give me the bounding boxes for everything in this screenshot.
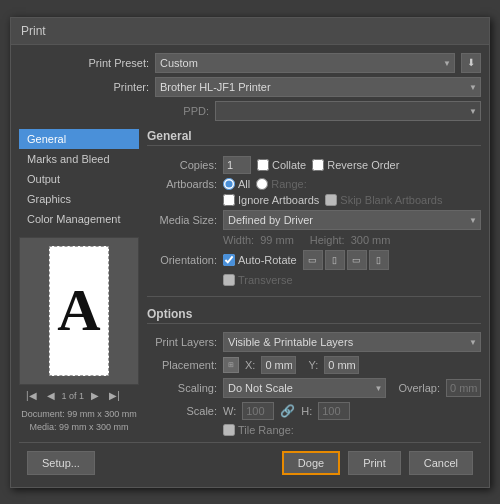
media-size-select[interactable]: Defined by Driver: [223, 210, 481, 230]
ppd-select-wrapper[interactable]: [215, 101, 481, 121]
transverse-checkbox[interactable]: [223, 274, 235, 286]
nav-item-color[interactable]: Color Management: [19, 209, 139, 229]
preview-canvas: A: [49, 246, 109, 376]
collate-checkbox-label[interactable]: Collate: [257, 159, 306, 171]
nav-item-output[interactable]: Output: [19, 169, 139, 189]
x-input[interactable]: [261, 356, 296, 374]
skip-blank-label[interactable]: Skip Blank Artboards: [325, 194, 442, 206]
preview-area: A: [19, 237, 139, 386]
footer: Setup... Doge Print Cancel: [19, 442, 481, 479]
preview-last-btn[interactable]: ▶|: [106, 389, 123, 402]
range-radio[interactable]: [256, 178, 268, 190]
collate-checkbox[interactable]: [257, 159, 269, 171]
preview-next-btn[interactable]: ▶: [88, 389, 102, 402]
print-button[interactable]: Print: [348, 451, 401, 475]
scaling-label: Scaling:: [147, 382, 217, 394]
auto-rotate-checkbox[interactable]: [223, 254, 235, 266]
placement-icon[interactable]: ⊞: [223, 357, 239, 373]
footer-right-btns: Doge Print Cancel: [282, 451, 473, 475]
ppd-select[interactable]: [215, 101, 481, 121]
scale-label: Scale:: [147, 405, 217, 417]
options-title: Options: [147, 307, 481, 324]
page-info: 1 of 1: [62, 391, 85, 401]
transverse-row: Transverse: [147, 274, 481, 286]
height-value: 300 mm: [351, 234, 391, 246]
scaling-select[interactable]: Do Not Scale: [223, 378, 386, 398]
overlap-label: Overlap:: [398, 382, 440, 394]
printer-select[interactable]: Brother HL-JF1 Printer: [155, 77, 481, 97]
y-input[interactable]: [324, 356, 359, 374]
tile-range-row: Tile Range:: [147, 424, 481, 436]
reverse-order-checkbox[interactable]: [312, 159, 324, 171]
copies-row: Copies: Collate Reverse Order: [147, 156, 481, 174]
overlap-input[interactable]: [446, 379, 481, 397]
all-radio[interactable]: [223, 178, 235, 190]
preset-row: Print Preset: Custom ⬇: [79, 53, 481, 73]
general-section-title: General: [147, 129, 481, 146]
preset-section: Print Preset: Custom ⬇ Printer: Brother …: [19, 53, 481, 121]
placement-row: Placement: ⊞ X: Y:: [147, 356, 481, 374]
cancel-button[interactable]: Cancel: [409, 451, 473, 475]
setup-button[interactable]: Setup...: [27, 451, 95, 475]
print-layers-label: Print Layers:: [147, 336, 217, 348]
orient-portrait-flip-btn[interactable]: ▭: [347, 250, 367, 270]
print-layers-select[interactable]: Visible & Printable Layers: [223, 332, 481, 352]
height-label: Height:: [310, 234, 345, 246]
dimensions-row: Width: 99 mm Height: 300 mm: [147, 234, 481, 246]
tile-range-label[interactable]: Tile Range:: [223, 424, 294, 436]
scaling-select-wrapper[interactable]: Do Not Scale: [223, 378, 386, 398]
orientation-btns: ▭ ▯ ▭ ▯: [303, 250, 389, 270]
ignore-artboards-row: Ignore Artboards Skip Blank Artboards: [147, 194, 481, 206]
nav-item-marks[interactable]: Marks and Bleed: [19, 149, 139, 169]
artboards-row: Artboards: All Range:: [147, 178, 481, 190]
divider: [147, 296, 481, 297]
ignore-artboards-checkbox[interactable]: [223, 194, 235, 206]
preset-select[interactable]: Custom: [155, 53, 455, 73]
ppd-label: PPD:: [139, 105, 209, 117]
preview-controls: |◀ ◀ 1 of 1 ▶ ▶|: [19, 385, 139, 406]
reverse-order-label[interactable]: Reverse Order: [312, 159, 399, 171]
scale-row: Scale: W: 🔗 H:: [147, 402, 481, 420]
x-label: X:: [245, 359, 255, 371]
preset-label: Print Preset:: [79, 57, 149, 69]
nav-item-general[interactable]: General: [19, 129, 139, 149]
media-size-select-wrapper[interactable]: Defined by Driver: [223, 210, 481, 230]
media-size-row: Media Size: Defined by Driver: [147, 210, 481, 230]
dialog-body: Print Preset: Custom ⬇ Printer: Brother …: [11, 45, 489, 487]
general-section: Copies: Collate Reverse Order A: [147, 156, 481, 286]
ignore-artboards-label[interactable]: Ignore Artboards: [223, 194, 319, 206]
auto-rotate-label[interactable]: Auto-Rotate: [223, 254, 297, 266]
tile-range-checkbox[interactable]: [223, 424, 235, 436]
done-button[interactable]: Doge: [282, 451, 340, 475]
orientation-row: Orientation: Auto-Rotate ▭ ▯ ▭ ▯: [147, 250, 481, 270]
range-radio-label[interactable]: Range:: [256, 178, 306, 190]
nav-item-graphics[interactable]: Graphics: [19, 189, 139, 209]
width-value: 99 mm: [260, 234, 294, 246]
preview-prev-btn[interactable]: ◀: [44, 389, 58, 402]
ppd-row: PPD:: [79, 101, 481, 121]
transverse-label[interactable]: Transverse: [223, 274, 293, 286]
print-layers-select-wrapper[interactable]: Visible & Printable Layers: [223, 332, 481, 352]
printer-row: Printer: Brother HL-JF1 Printer: [79, 77, 481, 97]
content-area: General Marks and Bleed Output Graphics …: [19, 129, 481, 436]
all-radio-label[interactable]: All: [223, 178, 250, 190]
copies-input[interactable]: [223, 156, 251, 174]
save-preset-btn[interactable]: ⬇: [461, 53, 481, 73]
preview-first-btn[interactable]: |◀: [23, 389, 40, 402]
media-size-label: Media Size:: [147, 214, 217, 226]
w-input[interactable]: [242, 402, 274, 420]
orient-portrait-btn[interactable]: ▭: [303, 250, 323, 270]
h-input[interactable]: [318, 402, 350, 420]
orient-landscape-flip-btn[interactable]: ▯: [369, 250, 389, 270]
chain-icon: 🔗: [280, 404, 295, 418]
doc-info: Document: 99 mm x 300 mm Media: 99 mm x …: [19, 406, 139, 435]
left-panel: General Marks and Bleed Output Graphics …: [19, 129, 139, 436]
preset-select-wrapper[interactable]: Custom: [155, 53, 455, 73]
orientation-label: Orientation:: [147, 254, 217, 266]
skip-blank-checkbox[interactable]: [325, 194, 337, 206]
orient-landscape-btn[interactable]: ▯: [325, 250, 345, 270]
printer-select-wrapper[interactable]: Brother HL-JF1 Printer: [155, 77, 481, 97]
scaling-row: Scaling: Do Not Scale Overlap:: [147, 378, 481, 398]
right-panel: General Copies: Collate Reverse Order: [147, 129, 481, 436]
printer-label: Printer:: [79, 81, 149, 93]
